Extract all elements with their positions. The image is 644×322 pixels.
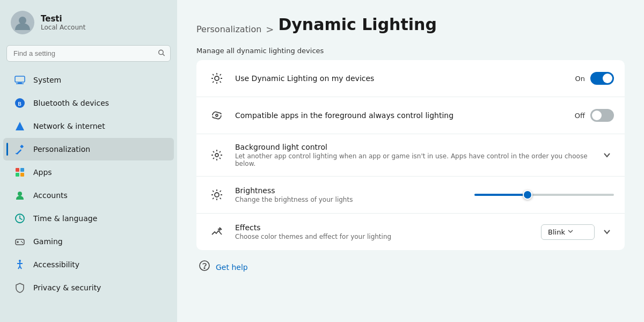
section-label: Manage all dynamic lighting devices bbox=[196, 47, 625, 55]
user-role: Local Account bbox=[41, 24, 85, 31]
setting-desc-effects: Choose color themes and effect for your … bbox=[235, 233, 541, 240]
expand-button-effects[interactable] bbox=[600, 225, 614, 239]
sidebar-item-apps[interactable]: Apps bbox=[3, 161, 174, 184]
svg-point-23 bbox=[21, 241, 22, 242]
gaming-icon bbox=[14, 236, 26, 247]
sidebar-item-bluetooth[interactable]: ʙ Bluetooth & devices bbox=[3, 92, 174, 114]
brightness-slider-track bbox=[474, 194, 614, 196]
setting-control-background-light bbox=[600, 148, 614, 162]
svg-point-41 bbox=[215, 193, 219, 197]
get-help-icon bbox=[199, 260, 210, 274]
network-icon bbox=[14, 120, 26, 132]
setting-row-effects: Effects Choose color themes and effect f… bbox=[196, 214, 625, 250]
brightness-slider-thumb[interactable] bbox=[523, 190, 532, 200]
apps-icon bbox=[14, 166, 26, 178]
personalization-icon bbox=[14, 143, 26, 155]
setting-text-compatible-apps: Compatible apps in the foreground always… bbox=[235, 111, 575, 120]
svg-point-40 bbox=[215, 153, 218, 157]
sidebar-item-time[interactable]: Time & language bbox=[3, 207, 174, 230]
setting-control-dynamic-lighting: On bbox=[575, 72, 614, 85]
search-box bbox=[6, 45, 171, 62]
setting-control-brightness bbox=[474, 194, 614, 196]
sidebar-item-gaming[interactable]: Gaming bbox=[3, 230, 174, 253]
svg-point-53 bbox=[204, 268, 205, 269]
sidebar-item-label-time: Time & language bbox=[33, 214, 97, 223]
expand-button-background-light[interactable] bbox=[600, 148, 614, 162]
svg-rect-15 bbox=[20, 173, 24, 177]
setting-text-brightness: Brightness Change the brightness of your… bbox=[235, 186, 474, 203]
svg-line-46 bbox=[213, 191, 214, 192]
get-help-link[interactable]: Get help bbox=[216, 263, 248, 272]
sidebar-item-label-bluetooth: Bluetooth & devices bbox=[33, 99, 109, 107]
sidebar-item-personalization[interactable]: Personalization bbox=[3, 138, 174, 160]
setting-desc-background-light: Let another app control lighting when an… bbox=[235, 152, 600, 167]
toggle-label-on: On bbox=[575, 75, 585, 83]
sidebar-item-label-gaming: Gaming bbox=[33, 237, 63, 246]
sidebar-item-privacy[interactable]: Privacy & security bbox=[3, 276, 174, 299]
setting-text-effects: Effects Choose color themes and effect f… bbox=[235, 223, 541, 240]
svg-line-37 bbox=[213, 82, 214, 83]
toggle-label-off: Off bbox=[575, 112, 585, 120]
setting-text-background-light: Background light control Let another app… bbox=[235, 143, 600, 167]
setting-row-brightness: Brightness Change the brightness of your… bbox=[196, 177, 625, 214]
sidebar-item-label-personalization: Personalization bbox=[33, 145, 90, 153]
sidebar: Testi Local Account System ʙ bbox=[0, 0, 177, 322]
svg-line-2 bbox=[163, 54, 165, 56]
toggle-compatible-apps[interactable] bbox=[590, 109, 614, 122]
svg-rect-14 bbox=[16, 173, 19, 177]
setting-title-effects: Effects bbox=[235, 223, 541, 232]
svg-line-47 bbox=[220, 198, 221, 199]
sidebar-item-label-accessibility: Accessibility bbox=[33, 260, 79, 269]
nav-list: System ʙ Bluetooth & devices Network & i… bbox=[0, 66, 177, 322]
svg-rect-10 bbox=[20, 144, 24, 148]
user-profile: Testi Local Account bbox=[0, 0, 177, 43]
breadcrumb-separator: > bbox=[266, 24, 274, 35]
sidebar-item-label-privacy: Privacy & security bbox=[33, 283, 101, 292]
toggle-dynamic-lighting[interactable] bbox=[590, 72, 614, 85]
sidebar-item-label-apps: Apps bbox=[33, 168, 52, 177]
search-input[interactable] bbox=[6, 45, 171, 62]
svg-line-36 bbox=[220, 82, 221, 83]
avatar-icon bbox=[14, 14, 31, 31]
avatar bbox=[11, 11, 34, 34]
svg-point-52 bbox=[200, 261, 209, 270]
brightness-slider-fill bbox=[474, 194, 528, 196]
setting-title-compatible-apps: Compatible apps in the foreground always… bbox=[235, 111, 575, 120]
svg-rect-12 bbox=[16, 168, 19, 172]
setting-title-dynamic-lighting: Use Dynamic Lighting on my devices bbox=[235, 74, 575, 83]
effects-dropdown[interactable]: Blink bbox=[541, 224, 595, 240]
privacy-icon bbox=[14, 282, 26, 294]
breadcrumb-parent[interactable]: Personalization bbox=[196, 24, 261, 34]
setting-row-use-dynamic-lighting: Use Dynamic Lighting on my devices On bbox=[196, 60, 625, 97]
page-title: Dynamic Lighting bbox=[278, 15, 437, 34]
setting-text-dynamic-lighting: Use Dynamic Lighting on my devices bbox=[235, 74, 575, 83]
setting-control-effects: Blink bbox=[541, 224, 614, 240]
svg-line-48 bbox=[213, 198, 214, 199]
sidebar-item-system[interactable]: System bbox=[3, 69, 174, 91]
compatible-apps-icon bbox=[207, 106, 226, 125]
toggle-knob bbox=[603, 74, 612, 83]
accounts-icon bbox=[14, 189, 26, 201]
effects-icon bbox=[207, 222, 226, 241]
sidebar-item-network[interactable]: Network & internet bbox=[3, 115, 174, 137]
svg-point-30 bbox=[215, 76, 219, 80]
sidebar-item-accounts[interactable]: Accounts bbox=[3, 184, 174, 207]
sidebar-item-label-network: Network & internet bbox=[33, 122, 105, 130]
svg-line-38 bbox=[220, 74, 221, 75]
settings-card: Use Dynamic Lighting on my devices On Co… bbox=[196, 60, 625, 250]
brightness-slider-wrapper bbox=[474, 194, 614, 196]
time-icon bbox=[14, 213, 26, 224]
svg-line-29 bbox=[20, 266, 21, 269]
main-content: Personalization > Dynamic Lighting Manag… bbox=[177, 0, 644, 322]
search-icon bbox=[158, 49, 165, 58]
svg-line-19 bbox=[20, 218, 22, 219]
dynamic-lighting-icon bbox=[207, 69, 226, 88]
svg-line-35 bbox=[213, 74, 214, 75]
user-name: Testi bbox=[41, 14, 85, 24]
svg-rect-13 bbox=[20, 168, 24, 172]
sidebar-item-accessibility[interactable]: Accessibility bbox=[3, 253, 174, 276]
system-icon bbox=[14, 74, 26, 86]
svg-rect-3 bbox=[15, 76, 25, 82]
setting-desc-brightness: Change the brightness of your lights bbox=[235, 196, 474, 203]
sidebar-item-label-system: System bbox=[33, 76, 61, 84]
